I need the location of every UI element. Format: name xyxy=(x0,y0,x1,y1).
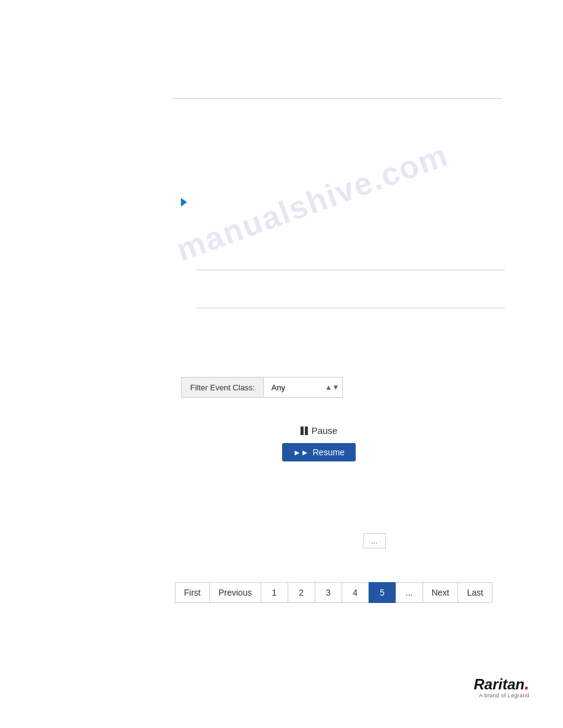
pause-icon xyxy=(301,427,308,435)
pagination-previous-button[interactable]: Previous xyxy=(209,582,260,603)
filter-event-class-select[interactable]: Any System User Device Network xyxy=(263,377,343,398)
raritan-logo-text: Raritan. xyxy=(474,675,529,692)
raritan-logo-dot: . xyxy=(524,674,529,693)
pagination-page-4-button[interactable]: 4 xyxy=(342,582,369,603)
pagination-page-2-button[interactable]: 2 xyxy=(288,582,315,603)
pause-button[interactable]: Pause xyxy=(296,423,343,438)
ellipsis-box: ... xyxy=(363,533,386,548)
controls-area: Pause ►► Resume xyxy=(282,423,356,461)
resume-button[interactable]: ►► Resume xyxy=(282,443,356,461)
hr-top xyxy=(172,98,502,99)
pagination-next-button[interactable]: Next xyxy=(423,582,458,603)
pause-bar-right xyxy=(305,427,308,435)
pagination-last-button[interactable]: Last xyxy=(458,582,492,603)
filter-event-class-row: Filter Event Class: Any System User Devi… xyxy=(181,377,343,398)
pagination: First Previous 1 2 3 4 5 ... Next Last xyxy=(175,582,492,603)
hr-mid2 xyxy=(196,308,505,308)
pagination-page-1-button[interactable]: 1 xyxy=(261,582,288,603)
filter-event-class-label: Filter Event Class: xyxy=(181,377,263,398)
pagination-page-5-button[interactable]: 5 xyxy=(369,582,396,603)
pagination-ellipsis-button[interactable]: ... xyxy=(396,582,423,603)
pagination-first-button[interactable]: First xyxy=(175,582,209,603)
page-container: manualshive.com Filter Event Class: Any … xyxy=(0,0,563,728)
resume-label: Resume xyxy=(313,447,345,457)
expand-arrow-icon[interactable] xyxy=(181,198,187,207)
watermark: manualshive.com xyxy=(99,110,525,295)
resume-icon: ►► xyxy=(293,448,309,457)
hr-mid1 xyxy=(196,270,505,270)
raritan-logo: Raritan. A brand of Legrand xyxy=(474,675,529,699)
raritan-logo-subtitle: A brand of Legrand xyxy=(474,692,529,699)
filter-select-wrapper: Any System User Device Network ▲▼ xyxy=(263,377,343,398)
pagination-page-3-button[interactable]: 3 xyxy=(315,582,342,603)
pause-label: Pause xyxy=(312,425,338,436)
pause-bar-left xyxy=(301,427,304,435)
